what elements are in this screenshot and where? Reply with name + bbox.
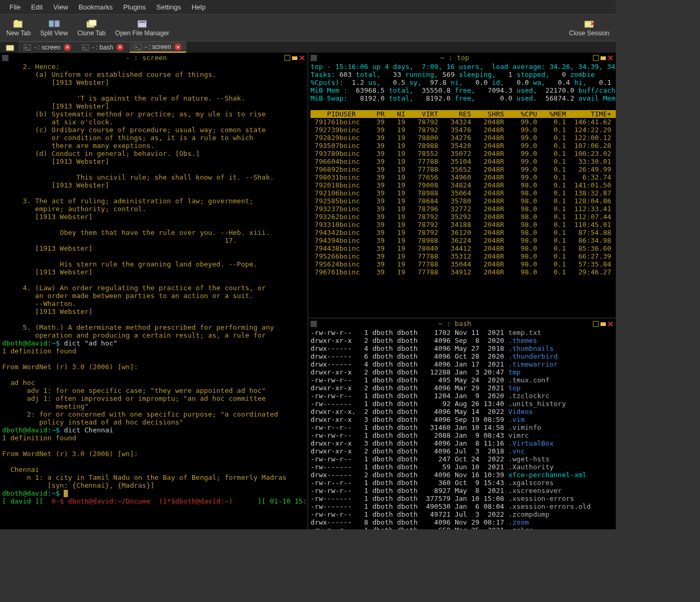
pane-top[interactable]: ~ : top top - 15:16:06 up 4 days, 7:09, … — [308, 53, 616, 318]
tab-0[interactable]: >_- : screen✕ — [19, 42, 76, 53]
svg-rect-5 — [89, 20, 96, 26]
max-icon[interactable] — [593, 321, 599, 327]
svg-rect-11 — [6, 45, 14, 51]
close-session-button[interactable]: Close Session — [567, 18, 612, 38]
svg-text:>_: >_ — [25, 45, 30, 50]
tab-2[interactable]: >_- : screen✕ — [129, 42, 186, 53]
pane-bash[interactable]: ~ : bash -rw-rw-r-- 1 dboth dboth 1702 N… — [308, 319, 616, 529]
close-tab-icon[interactable]: ✕ — [116, 44, 124, 51]
menu-file[interactable]: File — [4, 2, 26, 12]
close-pane-icon[interactable] — [607, 55, 614, 61]
svg-rect-30 — [601, 322, 606, 326]
svg-rect-6 — [138, 21, 146, 27]
menu-view[interactable]: View — [48, 2, 73, 12]
tab-bar: >_- : screen✕>_- : bash✕>_- : screen✕ — [0, 42, 616, 53]
clone-tab-icon — [86, 19, 97, 28]
max-icon[interactable] — [593, 55, 599, 61]
toolbar: New Tab Split View Clone Tab Open File M… — [0, 15, 616, 42]
tab-label: - : screen — [34, 44, 61, 51]
menu-edit[interactable]: Edit — [26, 2, 48, 12]
svg-rect-2 — [49, 21, 54, 27]
pane-icon — [2, 55, 8, 61]
pane-title-text: ~ : bash — [317, 320, 593, 328]
terminal-icon: >_ — [82, 44, 89, 51]
svg-rect-23 — [311, 55, 317, 61]
menu-settings[interactable]: Settings — [151, 2, 186, 12]
split-view-button[interactable]: Split View — [38, 18, 69, 38]
close-pane-icon[interactable] — [607, 321, 614, 327]
menu-plugins[interactable]: Plugins — [118, 2, 151, 12]
max-icon[interactable] — [284, 55, 291, 61]
pane-screen[interactable]: - : screen 2. Hence: (a) Uniform or esta… — [0, 53, 307, 529]
folder-mini-icon[interactable] — [292, 55, 298, 61]
menu-help[interactable]: Help — [186, 2, 211, 12]
folder-icon — [136, 19, 148, 28]
new-tab-button[interactable]: New Tab — [4, 18, 33, 38]
tab-1[interactable]: >_- : bash✕ — [77, 42, 128, 53]
pane-title-text: ~ : top — [317, 54, 593, 62]
svg-text:>_: >_ — [83, 45, 88, 50]
close-session-label: Close Session — [569, 29, 609, 37]
svg-rect-28 — [311, 321, 317, 327]
pane-icon — [311, 55, 317, 61]
folder-mini-icon[interactable] — [600, 321, 606, 327]
new-tab-label: New Tab — [6, 29, 31, 37]
menu-bookmarks[interactable]: Bookmarks — [73, 2, 118, 12]
new-tab-icon — [13, 19, 24, 28]
split-view-label: Split View — [40, 29, 67, 37]
clone-tab-button[interactable]: Clone Tab — [75, 18, 108, 38]
svg-rect-3 — [55, 21, 59, 27]
svg-rect-29 — [593, 321, 598, 327]
svg-rect-0 — [14, 21, 22, 27]
terminal-icon: >_ — [134, 44, 142, 50]
svg-rect-18 — [2, 55, 8, 61]
close-pane-icon[interactable] — [299, 55, 305, 61]
svg-rect-25 — [601, 56, 606, 60]
clone-tab-label: Clone Tab — [77, 29, 106, 37]
folder-mini-icon[interactable] — [600, 55, 606, 61]
terminal-icon: >_ — [24, 44, 31, 51]
pane-title-text: - : screen — [8, 54, 284, 62]
svg-rect-7 — [139, 22, 145, 23]
close-session-icon — [584, 19, 595, 28]
tab-label: - : screen — [145, 43, 171, 51]
new-tab-icon-small[interactable] — [5, 43, 16, 52]
split-view-icon — [48, 19, 60, 28]
svg-rect-1 — [15, 20, 18, 22]
tab-label: - : bash — [92, 44, 113, 51]
terminal-panes: - : screen 2. Hence: (a) Uniform or esta… — [0, 53, 616, 529]
svg-rect-19 — [285, 55, 290, 61]
pane-icon — [311, 321, 317, 327]
svg-text:>_: >_ — [135, 45, 141, 50]
svg-rect-24 — [593, 55, 598, 61]
open-filemanager-button[interactable]: Open File Manager — [113, 18, 172, 38]
menu-bar: FileEditViewBookmarksPluginsSettingsHelp — [0, 0, 616, 15]
close-tab-icon[interactable]: ✕ — [174, 43, 182, 51]
svg-rect-20 — [292, 56, 297, 60]
close-tab-icon[interactable]: ✕ — [64, 44, 71, 51]
open-fm-label: Open File Manager — [115, 29, 169, 37]
